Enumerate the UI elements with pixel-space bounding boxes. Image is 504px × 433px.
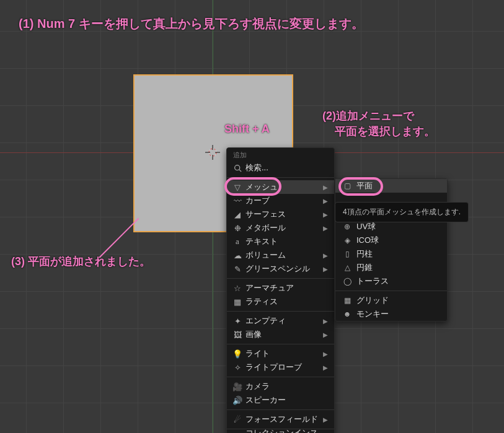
- curve-icon: 〰: [232, 196, 243, 206]
- menu-item-lattice-label: ラティス: [243, 296, 328, 307]
- lightprobe-icon: ✧: [232, 363, 243, 372]
- text-icon: a: [232, 237, 243, 247]
- tooltip: 4頂点の平面メッシュを作成します.: [335, 202, 469, 222]
- submenu-item-grid[interactable]: ▦ グリッド: [335, 294, 447, 307]
- separator: [335, 291, 447, 291]
- separator: [227, 377, 334, 377]
- annotation-3: (3) 平面が追加されました。: [11, 254, 151, 269]
- volume-icon: ☁: [232, 251, 243, 260]
- surface-icon: ◢: [232, 210, 243, 219]
- menu-item-metaball[interactable]: ❉ メタボール ▶: [227, 221, 334, 235]
- menu-item-camera-label: カメラ: [243, 381, 328, 392]
- submenu-arrow-icon: ▶: [323, 211, 328, 218]
- menu-item-surface-label: サーフェス: [243, 209, 323, 220]
- menu-item-curve[interactable]: 〰 カーブ ▶: [227, 194, 334, 208]
- submenu-item-torus-label: トーラス: [353, 276, 389, 287]
- menu-item-text[interactable]: a テキスト: [227, 235, 334, 248]
- menu-item-empty[interactable]: ✦ エンプティ ▶: [227, 314, 334, 328]
- menu-item-gpencil-label: グリースペンシル: [243, 263, 323, 274]
- menu-item-volume[interactable]: ☁ ボリューム ▶: [227, 248, 334, 262]
- mesh-icon: ▽: [232, 183, 243, 192]
- menu-item-armature[interactable]: ☆ アーマチュア: [227, 281, 334, 295]
- forcefield-icon: ☄: [232, 415, 243, 424]
- submenu-arrow-icon: ▶: [323, 198, 328, 204]
- cone-icon: △: [342, 263, 353, 272]
- menu-item-light-label: ライト: [243, 348, 323, 359]
- menu-item-lightprobe-label: ライトプローブ: [243, 362, 323, 373]
- gpencil-icon: ✎: [232, 265, 243, 274]
- menu-item-camera[interactable]: 🎥 カメラ: [227, 380, 334, 393]
- plane-icon: ▢: [342, 182, 353, 190]
- menu-item-armature-label: アーマチュア: [243, 282, 328, 294]
- menu-item-metaball-label: メタボール: [243, 222, 323, 234]
- menu-item-surface[interactable]: ◢ サーフェス ▶: [227, 208, 334, 221]
- submenu-item-uvsphere-label: UV球: [353, 221, 376, 232]
- uvsphere-icon: ⊕: [342, 222, 353, 231]
- separator: [227, 177, 334, 178]
- lattice-icon: ▦: [232, 297, 243, 307]
- submenu-arrow-icon: ▶: [323, 331, 328, 338]
- submenu-item-cylinder[interactable]: ▯ 円柱: [335, 247, 447, 261]
- menu-item-forcefield-label: フォースフィールド: [243, 414, 323, 425]
- add-menu-title: 追加: [227, 148, 334, 161]
- icosphere-icon: ◈: [342, 236, 353, 245]
- annotation-1: (1) Num 7 キーを押して真上から見下ろす視点に変更します。: [19, 15, 364, 32]
- annotation-2-line2: 平面を選択します。: [322, 124, 435, 139]
- submenu-arrow-icon: ▶: [323, 318, 328, 325]
- monkey-icon: ☻: [342, 310, 353, 318]
- menu-item-image[interactable]: 🖼 画像 ▶: [227, 328, 334, 341]
- menu-item-mesh-label: メッシュ: [243, 182, 323, 193]
- menu-item-lightprobe[interactable]: ✧ ライトプローブ ▶: [227, 361, 334, 374]
- menu-item-curve-label: カーブ: [243, 195, 323, 206]
- submenu-item-cone-label: 円錐: [353, 262, 373, 273]
- svg-line-7: [239, 169, 241, 171]
- separator: [227, 409, 334, 410]
- torus-icon: ◯: [342, 277, 353, 286]
- add-menu[interactable]: 追加 検索... ▽ メッシュ ▶ 〰 カーブ ▶ ◢ サーフェス ▶ ❉ メタ…: [226, 147, 335, 433]
- grid-icon: ▦: [342, 296, 353, 305]
- annotation-shortcut: Shift + A: [224, 123, 270, 136]
- armature-icon: ☆: [232, 284, 243, 293]
- empty-icon: ✦: [232, 317, 243, 326]
- submenu-item-plane-label: 平面: [353, 180, 373, 191]
- submenu-arrow-icon: ▶: [323, 364, 328, 371]
- annotation-2-line1: (2)追加メニューで: [322, 108, 414, 123]
- separator: [227, 278, 334, 279]
- menu-search[interactable]: 検索...: [227, 161, 334, 175]
- submenu-arrow-icon: ▶: [323, 184, 328, 191]
- menu-item-volume-label: ボリューム: [243, 250, 323, 261]
- menu-search-label: 検索...: [243, 162, 328, 173]
- separator: [227, 311, 334, 312]
- menu-item-light[interactable]: 💡 ライト ▶: [227, 347, 334, 361]
- menu-item-text-label: テキスト: [243, 236, 328, 247]
- submenu-arrow-icon: ▶: [323, 252, 328, 259]
- submenu-item-grid-label: グリッド: [353, 295, 389, 306]
- submenu-arrow-icon: ▶: [323, 225, 328, 232]
- camera-icon: 🎥: [232, 382, 243, 391]
- mesh-submenu[interactable]: ▢ 平面 ⊕ UV球 ◈ ICO球 ▯ 円柱 △ 円錐 ◯ トーラス ▦ グリッ…: [335, 178, 448, 321]
- menu-item-gpencil[interactable]: ✎ グリースペンシル ▶: [227, 262, 334, 276]
- menu-item-speaker[interactable]: 🔊 スピーカー: [227, 393, 334, 407]
- menu-item-speaker-label: スピーカー: [243, 395, 328, 406]
- submenu-item-icosphere[interactable]: ◈ ICO球: [335, 234, 447, 247]
- submenu-arrow-icon: ▶: [323, 351, 328, 357]
- cylinder-icon: ▯: [342, 250, 353, 258]
- submenu-item-cone[interactable]: △ 円錐: [335, 261, 447, 274]
- metaball-icon: ❉: [232, 224, 243, 233]
- light-icon: 💡: [232, 349, 243, 359]
- menu-item-forcefield[interactable]: ☄ フォースフィールド ▶: [227, 413, 334, 426]
- image-icon: 🖼: [232, 330, 243, 339]
- menu-item-lattice[interactable]: ▦ ラティス: [227, 295, 334, 308]
- menu-item-image-label: 画像: [243, 329, 323, 340]
- submenu-item-icosphere-label: ICO球: [353, 235, 379, 246]
- search-icon: [232, 164, 243, 172]
- submenu-item-plane[interactable]: ▢ 平面: [335, 179, 447, 193]
- submenu-item-monkey-label: モンキー: [353, 308, 389, 320]
- menu-item-mesh[interactable]: ▽ メッシュ ▶: [227, 180, 334, 194]
- submenu-item-monkey[interactable]: ☻ モンキー: [335, 307, 447, 321]
- separator: [227, 344, 334, 344]
- svg-point-6: [234, 165, 239, 170]
- submenu-item-torus[interactable]: ◯ トーラス: [335, 274, 447, 288]
- menu-item-collection-label: コレクションインスタンス: [243, 427, 323, 433]
- menu-item-empty-label: エンプティ: [243, 315, 323, 326]
